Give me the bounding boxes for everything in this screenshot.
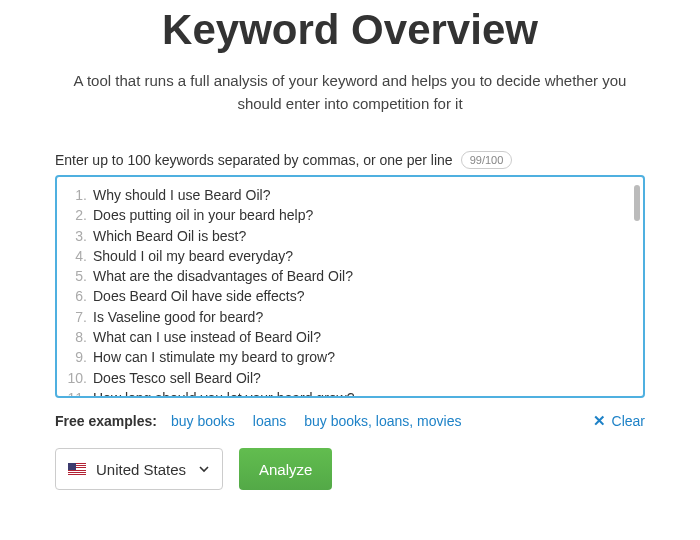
keyword-text: What are the disadvantages of Beard Oil? [93, 266, 353, 286]
keyword-line-number: 4. [63, 246, 87, 266]
keywords-textarea[interactable]: 1.Why should I use Beard Oil?2.Does putt… [55, 175, 645, 398]
chevron-down-icon [198, 461, 210, 478]
keyword-text: How long should you let your beard grow? [93, 388, 355, 398]
keyword-line-number: 7. [63, 307, 87, 327]
keyword-line[interactable]: 2.Does putting oil in your beard help? [63, 205, 633, 225]
input-prompt-label: Enter up to 100 keywords separated by co… [55, 152, 453, 168]
keyword-text: Does Tesco sell Beard Oil? [93, 368, 261, 388]
example-link-1[interactable]: buy books [171, 413, 235, 429]
keyword-text: What can I use instead of Beard Oil? [93, 327, 321, 347]
keyword-text: Should I oil my beard everyday? [93, 246, 293, 266]
keyword-text: Does Beard Oil have side effects? [93, 286, 304, 306]
keyword-line[interactable]: 6.Does Beard Oil have side effects? [63, 286, 633, 306]
us-flag-icon [68, 463, 86, 475]
keyword-line-number: 2. [63, 205, 87, 225]
keyword-counter-badge: 99/100 [461, 151, 513, 169]
example-link-3[interactable]: buy books, loans, movies [304, 413, 461, 429]
keyword-text: Is Vaseline good for beard? [93, 307, 263, 327]
clear-button[interactable]: ✕ Clear [593, 412, 645, 430]
keyword-line-number: 9. [63, 347, 87, 367]
keyword-line[interactable]: 8.What can I use instead of Beard Oil? [63, 327, 633, 347]
keyword-line[interactable]: 5.What are the disadvantages of Beard Oi… [63, 266, 633, 286]
analyze-button[interactable]: Analyze [239, 448, 332, 490]
close-icon: ✕ [593, 412, 606, 430]
keyword-text: How can I stimulate my beard to grow? [93, 347, 335, 367]
keyword-line[interactable]: 7.Is Vaseline good for beard? [63, 307, 633, 327]
keyword-line-number: 1. [63, 185, 87, 205]
keyword-line-number: 6. [63, 286, 87, 306]
keyword-line[interactable]: 10.Does Tesco sell Beard Oil? [63, 368, 633, 388]
keyword-text: Which Beard Oil is best? [93, 226, 246, 246]
keyword-line[interactable]: 9.How can I stimulate my beard to grow? [63, 347, 633, 367]
keyword-line[interactable]: 1.Why should I use Beard Oil? [63, 185, 633, 205]
keyword-line-number: 11. [63, 388, 87, 398]
keyword-line-number: 5. [63, 266, 87, 286]
keyword-line-number: 8. [63, 327, 87, 347]
page-title: Keyword Overview [55, 6, 645, 54]
scrollbar-thumb[interactable] [634, 185, 640, 221]
clear-label: Clear [612, 413, 645, 429]
example-link-2[interactable]: loans [253, 413, 286, 429]
keyword-line[interactable]: 4.Should I oil my beard everyday? [63, 246, 633, 266]
country-label: United States [96, 461, 186, 478]
page-subtitle: A tool that runs a full analysis of your… [70, 70, 630, 115]
keyword-line-number: 3. [63, 226, 87, 246]
keyword-line[interactable]: 3.Which Beard Oil is best? [63, 226, 633, 246]
free-examples-label: Free examples: [55, 413, 157, 429]
country-select[interactable]: United States [55, 448, 223, 490]
keyword-line[interactable]: 11.How long should you let your beard gr… [63, 388, 633, 398]
keyword-text: Why should I use Beard Oil? [93, 185, 270, 205]
keyword-text: Does putting oil in your beard help? [93, 205, 313, 225]
keyword-line-number: 10. [63, 368, 87, 388]
